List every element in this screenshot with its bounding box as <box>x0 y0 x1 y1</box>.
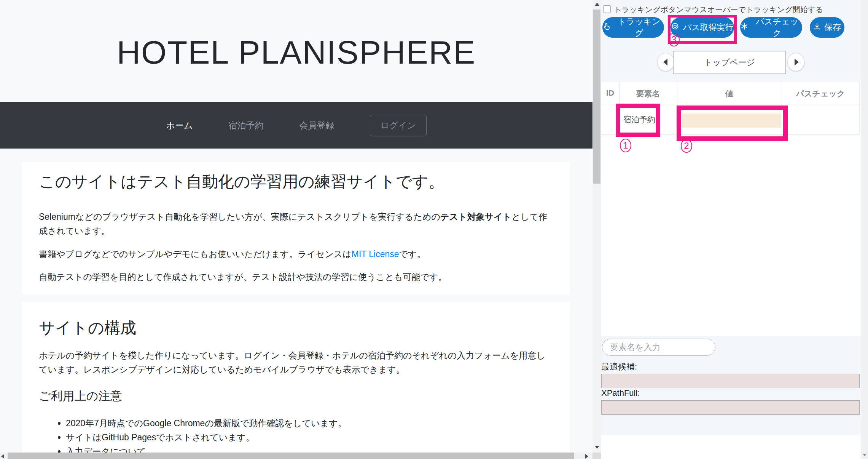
scroll-right-icon[interactable] <box>585 454 588 459</box>
nav-signup[interactable]: 会員登録 <box>299 120 334 131</box>
login-button[interactable]: ログイン <box>370 115 426 136</box>
notes-heading: ご利用上の注意 <box>39 388 122 404</box>
bullseye-icon <box>671 22 679 33</box>
annotation-circle-3: 3 <box>668 33 680 46</box>
scrollbar-corner <box>592 453 601 459</box>
next-page-button[interactable] <box>787 53 804 71</box>
structure-paragraph: ホテルの予約サイトを模した作りになっています。ログイン・会員登録・ホテルの宿泊予… <box>39 349 553 377</box>
element-name-input[interactable] <box>602 339 715 356</box>
intro-paragraph-2: 書籍やブログなどでのサンプルやデモにもお使いいただけます。ライセンスはMIT L… <box>39 247 553 261</box>
window-vertical-scrollbar[interactable] <box>861 0 868 459</box>
tracking-button-label: トラッキング <box>614 16 664 39</box>
intro-p1-bold: テスト対象サイト <box>440 212 511 222</box>
row-element-name: 宿泊予約 <box>623 114 655 125</box>
save-button[interactable]: 保存 <box>810 17 844 38</box>
scroll-down-icon[interactable] <box>595 446 599 449</box>
horizontal-scrollbar-thumb[interactable] <box>8 453 574 459</box>
vertical-scrollbar-thumb[interactable] <box>593 10 600 184</box>
annotation-circle-1: 1 <box>620 139 631 152</box>
table-border <box>859 82 860 134</box>
get-path-button[interactable]: パス取得実行 <box>671 17 734 38</box>
site-title: HOTEL PLANISPHERE <box>0 34 592 71</box>
tracking-checkbox-label: トラッキングボタンマウスオーバーでトラッキング開始する <box>614 5 823 15</box>
intro-paragraph-3: 自動テストの学習を目的として作成されていますが、テスト設計や技法の学習に使うこと… <box>39 270 553 284</box>
list-item: サイトはGitHub Pagesでホストされています。 <box>66 430 561 445</box>
panel-bottom-section: 最適候補: XPathFull: <box>601 336 861 435</box>
table-border <box>601 82 859 82</box>
get-path-button-label: パス取得実行 <box>683 22 733 33</box>
column-header-pathcheck: パスチェック <box>782 88 859 99</box>
best-candidate-field[interactable] <box>601 374 860 388</box>
nav-reserve[interactable]: 宿泊予約 <box>228 120 263 131</box>
path-check-button-label: パスチェック <box>752 16 802 39</box>
xpathfull-field[interactable] <box>601 400 860 415</box>
scroll-up-icon[interactable] <box>595 3 599 6</box>
prev-page-button[interactable] <box>657 53 674 71</box>
column-header-value: 値 <box>677 88 782 99</box>
panel-toolbar: トラッキングボタンマウスオーバーでトラッキング開始する トラッキング パス取得実… <box>601 0 861 82</box>
nav-home[interactable]: ホーム <box>166 120 193 131</box>
intro-paragraph-1: Seleniumなどのブラウザテスト自動化を学習したい方が、実際にテストスクリプ… <box>39 210 553 238</box>
structure-card: サイトの構成 ホテルの予約サイトを模した作りになっています。ログイン・会員登録・… <box>22 302 570 453</box>
site-navbar: ホーム 宿泊予約 会員登録 ログイン <box>0 102 592 149</box>
list-item: 2020年7月時点でのGoogle Chromeの最新版で動作確認をしています。 <box>66 416 561 430</box>
intro-heading: このサイトはテスト自動化の学習用の練習サイトです。 <box>39 171 444 192</box>
row-value-input[interactable] <box>682 114 781 128</box>
next-page-icon <box>795 59 799 66</box>
notes-list: 2020年7月時点でのGoogle Chromeの最新版で動作確認をしています。… <box>55 416 561 453</box>
intro-p2-tail: です。 <box>399 249 426 259</box>
tracking-checkbox[interactable] <box>603 5 611 13</box>
hand-pointer-icon <box>602 22 611 33</box>
tracking-button[interactable]: トラッキング <box>602 17 664 38</box>
intro-card: このサイトはテスト自動化の学習用の練習サイトです。 Seleniumなどのブラウ… <box>22 162 570 294</box>
website-pane: HOTEL PLANISPHERE ホーム 宿泊予約 会員登録 ログイン このサ… <box>0 0 592 453</box>
scroll-left-icon[interactable] <box>1 454 4 459</box>
column-header-id: ID <box>601 88 619 98</box>
download-icon <box>813 22 821 32</box>
current-page-box: トップページ <box>673 51 786 74</box>
save-button-label: 保存 <box>824 22 841 33</box>
asterisk-icon <box>740 22 749 33</box>
site-horizontal-scrollbar[interactable] <box>0 453 592 459</box>
list-item: 入力データについて <box>66 445 561 453</box>
table-border <box>601 134 859 135</box>
intro-p2-text: 書籍やブログなどでのサンプルやデモにもお使いいただけます。ライセンスは <box>39 249 352 259</box>
intro-p1-text: Seleniumなどのブラウザテスト自動化を学習したい方が、実際にテストスクリプ… <box>39 212 440 222</box>
prev-page-icon <box>663 59 667 66</box>
scroll-down-icon[interactable] <box>863 454 866 456</box>
best-candidate-label: 最適候補: <box>601 361 637 373</box>
column-header-name: 要素名 <box>619 88 677 99</box>
mit-license-link[interactable]: MIT License <box>352 249 399 259</box>
xpathfull-label: XPathFull: <box>601 388 640 398</box>
xpath-tool-panel: トラッキングボタンマウスオーバーでトラッキング開始する トラッキング パス取得実… <box>601 0 861 459</box>
table-border <box>601 104 859 104</box>
annotation-circle-2: 2 <box>681 139 692 153</box>
structure-heading: サイトの構成 <box>39 317 136 339</box>
site-vertical-scrollbar[interactable] <box>592 0 601 453</box>
path-check-button[interactable]: パスチェック <box>740 17 802 38</box>
